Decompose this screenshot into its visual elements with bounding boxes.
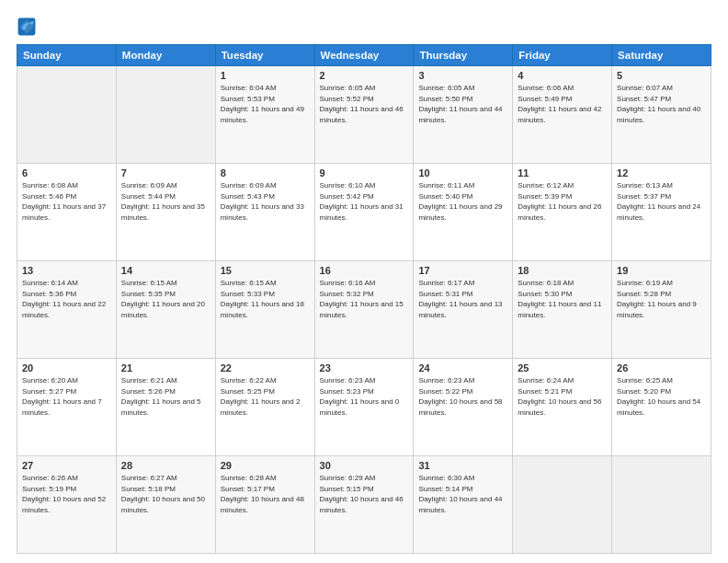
day-number: 14 [121, 265, 210, 276]
day-info: Sunrise: 6:15 AMSunset: 5:35 PMDaylight:… [121, 278, 210, 320]
day-info: Sunrise: 6:23 AMSunset: 5:23 PMDaylight:… [320, 375, 409, 418]
calendar-cell: 6Sunrise: 6:08 AMSunset: 5:46 PMDaylight… [17, 164, 117, 261]
calendar-cell: 31Sunrise: 6:30 AMSunset: 5:14 PMDayligh… [414, 456, 513, 554]
weekday-header-saturday: Saturday [612, 45, 711, 66]
weekday-header-thursday: Thursday [414, 45, 513, 66]
calendar-cell: 15Sunrise: 6:15 AMSunset: 5:33 PMDayligh… [215, 261, 314, 359]
calendar-cell: 22Sunrise: 6:22 AMSunset: 5:25 PMDayligh… [215, 359, 314, 456]
day-info: Sunrise: 6:09 AMSunset: 5:43 PMDaylight:… [221, 180, 310, 223]
day-info: Sunrise: 6:24 AMSunset: 5:21 PMDaylight:… [518, 375, 607, 418]
page: SundayMondayTuesdayWednesdayThursdayFrid… [0, 0, 728, 563]
day-number: 23 [320, 362, 409, 373]
calendar-cell: 10Sunrise: 6:11 AMSunset: 5:40 PMDayligh… [414, 164, 513, 261]
calendar-cell: 8Sunrise: 6:09 AMSunset: 5:43 PMDaylight… [215, 164, 314, 261]
weekday-header-wednesday: Wednesday [314, 45, 414, 66]
day-number: 11 [518, 167, 607, 178]
logo-icon [17, 17, 37, 37]
day-info: Sunrise: 6:26 AMSunset: 5:19 PMDaylight:… [22, 473, 111, 515]
day-info: Sunrise: 6:10 AMSunset: 5:42 PMDaylight:… [320, 180, 409, 223]
day-number: 4 [518, 70, 607, 81]
day-number: 10 [418, 167, 507, 178]
day-number: 24 [418, 362, 507, 373]
day-number: 12 [617, 167, 706, 178]
calendar-cell [116, 66, 215, 164]
calendar-cell [513, 456, 612, 554]
calendar-cell: 7Sunrise: 6:09 AMSunset: 5:44 PMDaylight… [116, 164, 215, 261]
calendar-cell: 24Sunrise: 6:23 AMSunset: 5:22 PMDayligh… [414, 359, 513, 456]
calendar-cell: 13Sunrise: 6:14 AMSunset: 5:36 PMDayligh… [17, 261, 117, 359]
calendar-cell: 29Sunrise: 6:28 AMSunset: 5:17 PMDayligh… [215, 456, 314, 554]
weekday-header-tuesday: Tuesday [215, 45, 314, 66]
header [17, 17, 711, 37]
day-info: Sunrise: 6:13 AMSunset: 5:37 PMDaylight:… [617, 180, 706, 223]
day-number: 20 [22, 362, 111, 373]
day-number: 16 [320, 265, 409, 276]
calendar-week-5: 27Sunrise: 6:26 AMSunset: 5:19 PMDayligh… [17, 456, 711, 554]
day-number: 17 [418, 265, 507, 276]
weekday-header-monday: Monday [116, 45, 215, 66]
day-info: Sunrise: 6:06 AMSunset: 5:49 PMDaylight:… [518, 83, 607, 125]
day-number: 18 [518, 265, 607, 276]
day-info: Sunrise: 6:08 AMSunset: 5:46 PMDaylight:… [22, 180, 111, 223]
day-info: Sunrise: 6:05 AMSunset: 5:50 PMDaylight:… [418, 83, 507, 125]
day-number: 9 [320, 167, 409, 178]
day-number: 22 [221, 362, 310, 373]
weekday-header-sunday: Sunday [17, 45, 117, 66]
calendar-cell: 18Sunrise: 6:18 AMSunset: 5:30 PMDayligh… [513, 261, 612, 359]
day-number: 25 [518, 362, 607, 373]
day-number: 21 [121, 362, 210, 373]
calendar-week-3: 13Sunrise: 6:14 AMSunset: 5:36 PMDayligh… [17, 261, 711, 359]
calendar-cell: 14Sunrise: 6:15 AMSunset: 5:35 PMDayligh… [116, 261, 215, 359]
day-number: 19 [617, 265, 706, 276]
calendar-cell: 17Sunrise: 6:17 AMSunset: 5:31 PMDayligh… [414, 261, 513, 359]
calendar-cell [17, 66, 117, 164]
calendar-cell: 1Sunrise: 6:04 AMSunset: 5:53 PMDaylight… [215, 66, 314, 164]
day-info: Sunrise: 6:11 AMSunset: 5:40 PMDaylight:… [418, 180, 507, 223]
day-number: 26 [617, 362, 706, 373]
calendar-cell: 21Sunrise: 6:21 AMSunset: 5:26 PMDayligh… [116, 359, 215, 456]
calendar-cell: 26Sunrise: 6:25 AMSunset: 5:20 PMDayligh… [612, 359, 711, 456]
day-number: 27 [22, 460, 111, 471]
day-info: Sunrise: 6:20 AMSunset: 5:27 PMDaylight:… [22, 375, 111, 418]
logo [17, 17, 39, 37]
day-number: 6 [22, 167, 111, 178]
calendar-week-4: 20Sunrise: 6:20 AMSunset: 5:27 PMDayligh… [17, 359, 711, 456]
calendar-cell: 25Sunrise: 6:24 AMSunset: 5:21 PMDayligh… [513, 359, 612, 456]
calendar-cell: 11Sunrise: 6:12 AMSunset: 5:39 PMDayligh… [513, 164, 612, 261]
calendar-cell: 2Sunrise: 6:05 AMSunset: 5:52 PMDaylight… [314, 66, 414, 164]
day-info: Sunrise: 6:12 AMSunset: 5:39 PMDaylight:… [518, 180, 607, 223]
calendar-cell: 19Sunrise: 6:19 AMSunset: 5:28 PMDayligh… [612, 261, 711, 359]
day-info: Sunrise: 6:27 AMSunset: 5:18 PMDaylight:… [121, 473, 210, 515]
day-info: Sunrise: 6:25 AMSunset: 5:20 PMDaylight:… [617, 375, 706, 418]
day-info: Sunrise: 6:22 AMSunset: 5:25 PMDaylight:… [221, 375, 310, 418]
day-number: 28 [121, 460, 210, 471]
calendar-cell: 16Sunrise: 6:16 AMSunset: 5:32 PMDayligh… [314, 261, 414, 359]
calendar-cell: 27Sunrise: 6:26 AMSunset: 5:19 PMDayligh… [17, 456, 117, 554]
day-info: Sunrise: 6:30 AMSunset: 5:14 PMDaylight:… [418, 473, 507, 515]
calendar-cell [612, 456, 711, 554]
day-info: Sunrise: 6:23 AMSunset: 5:22 PMDaylight:… [418, 375, 507, 418]
day-number: 5 [617, 70, 706, 81]
calendar-week-2: 6Sunrise: 6:08 AMSunset: 5:46 PMDaylight… [17, 164, 711, 261]
day-number: 8 [221, 167, 310, 178]
calendar-cell: 12Sunrise: 6:13 AMSunset: 5:37 PMDayligh… [612, 164, 711, 261]
calendar-cell: 5Sunrise: 6:07 AMSunset: 5:47 PMDaylight… [612, 66, 711, 164]
day-info: Sunrise: 6:05 AMSunset: 5:52 PMDaylight:… [320, 83, 409, 125]
day-number: 29 [221, 460, 310, 471]
day-info: Sunrise: 6:07 AMSunset: 5:47 PMDaylight:… [617, 83, 706, 125]
calendar-cell: 9Sunrise: 6:10 AMSunset: 5:42 PMDaylight… [314, 164, 414, 261]
day-info: Sunrise: 6:04 AMSunset: 5:53 PMDaylight:… [221, 83, 310, 125]
day-number: 15 [221, 265, 310, 276]
day-info: Sunrise: 6:16 AMSunset: 5:32 PMDaylight:… [320, 278, 409, 320]
day-number: 31 [418, 460, 507, 471]
day-number: 30 [320, 460, 409, 471]
weekday-header-row: SundayMondayTuesdayWednesdayThursdayFrid… [17, 45, 711, 66]
weekday-header-friday: Friday [513, 45, 612, 66]
day-info: Sunrise: 6:14 AMSunset: 5:36 PMDaylight:… [22, 278, 111, 320]
day-number: 13 [22, 265, 111, 276]
calendar: SundayMondayTuesdayWednesdayThursdayFrid… [17, 44, 711, 554]
calendar-week-1: 1Sunrise: 6:04 AMSunset: 5:53 PMDaylight… [17, 66, 711, 164]
calendar-cell: 23Sunrise: 6:23 AMSunset: 5:23 PMDayligh… [314, 359, 414, 456]
day-info: Sunrise: 6:15 AMSunset: 5:33 PMDaylight:… [221, 278, 310, 320]
day-info: Sunrise: 6:09 AMSunset: 5:44 PMDaylight:… [121, 180, 210, 223]
